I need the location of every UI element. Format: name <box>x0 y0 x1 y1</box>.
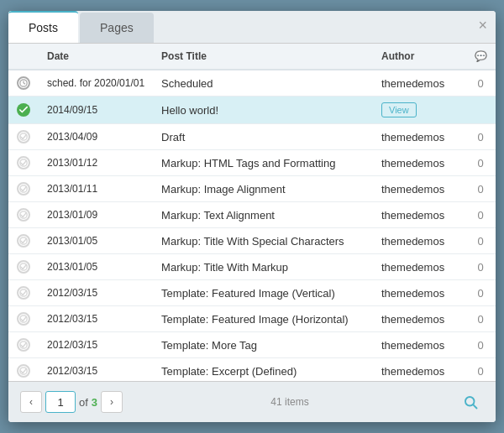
title-col-header: Post Title <box>153 44 373 70</box>
table-container: Date Post Title Author 💬 sched. for 2020… <box>8 44 496 381</box>
title-cell: Markup: HTML Tags and Formatting <box>153 150 373 176</box>
author-cell: themedemos <box>373 280 465 306</box>
date-cell: sched. for 2020/01/01 <box>39 70 153 97</box>
date-cell: 2012/03/15 <box>39 332 153 358</box>
page-number-input[interactable] <box>45 391 76 413</box>
comment-count-cell: 0 <box>465 124 496 150</box>
title-cell: Template: More Tag <box>153 332 373 358</box>
title-cell: Draft <box>153 124 373 150</box>
table-row: 2013/01/05Markup: Title With Markuptheme… <box>8 254 496 280</box>
table-row: 2012/03/15Template: Featured Image (Vert… <box>8 280 496 306</box>
search-button[interactable] <box>457 389 484 415</box>
title-cell: Markup: Image Alignment <box>153 176 373 202</box>
date-cell: 2013/04/09 <box>39 124 153 150</box>
table-row: 2013/01/05Markup: Title With Special Cha… <box>8 228 496 254</box>
comment-count-cell <box>465 97 496 124</box>
comment-count-cell: 0 <box>465 202 496 228</box>
svg-line-2 <box>24 83 25 84</box>
modal: Posts Pages × Date Post Title Author 💬 s… <box>8 11 496 422</box>
date-cell: 2013/01/05 <box>39 228 153 254</box>
table-row: 2014/09/15Hello world!View <box>8 97 496 124</box>
status-icon <box>17 286 30 300</box>
status-icon <box>17 156 30 170</box>
tab-pages[interactable]: Pages <box>80 13 154 43</box>
date-cell: 2013/01/12 <box>39 150 153 176</box>
title-cell: Template: Excerpt (Defined) <box>153 358 373 382</box>
date-cell: 2013/01/05 <box>39 254 153 280</box>
comment-count-cell: 0 <box>465 176 496 202</box>
title-cell: Template: Featured Image (Vertical) <box>153 280 373 306</box>
author-cell: themedemos <box>373 332 465 358</box>
comment-count-cell: 0 <box>465 332 496 358</box>
author-cell: themedemos <box>373 150 465 176</box>
table-row: 2013/01/11Markup: Image Alignmentthemede… <box>8 176 496 202</box>
page-of-label: of <box>79 396 88 409</box>
comment-col-header: 💬 <box>465 44 496 70</box>
comment-count-cell: 0 <box>465 280 496 306</box>
table-row: 2012/03/15Template: Excerpt (Defined)the… <box>8 358 496 382</box>
status-icon <box>17 312 30 326</box>
date-cell: 2014/09/15 <box>39 97 153 124</box>
status-icon <box>17 338 30 352</box>
author-cell: themedemos <box>373 202 465 228</box>
prev-page-button[interactable]: ‹ <box>20 391 42 413</box>
title-cell: Markup: Text Alignment <box>153 202 373 228</box>
table-row: 2013/04/09Draftthemedemos0 <box>8 124 496 150</box>
table-row: 2013/01/09Markup: Text Alignmentthemedem… <box>8 202 496 228</box>
title-cell: Markup: Title With Markup <box>153 254 373 280</box>
status-icon <box>17 103 30 117</box>
modal-header: Posts Pages × <box>8 11 496 44</box>
author-cell: themedemos <box>373 228 465 254</box>
author-cell: themedemos <box>373 70 465 97</box>
comment-icon: 💬 <box>475 50 487 62</box>
date-cell: 2013/01/09 <box>39 202 153 228</box>
comment-count-cell: 0 <box>465 358 496 382</box>
table-body: sched. for 2020/01/01Scheduledthemedemos… <box>8 70 496 381</box>
date-cell: 2012/03/15 <box>39 358 153 382</box>
status-icon <box>17 364 30 378</box>
status-icon <box>17 76 30 90</box>
modal-footer: ‹ of 3 › 41 items <box>8 381 496 422</box>
table-row: 2012/03/15Template: Featured Image (Hori… <box>8 306 496 332</box>
comment-count-cell: 0 <box>465 150 496 176</box>
next-page-button[interactable]: › <box>101 391 123 413</box>
status-icon <box>17 208 30 222</box>
author-cell: View <box>373 97 465 124</box>
title-cell: Hello world! <box>153 97 373 124</box>
status-icon <box>17 182 30 196</box>
status-icon <box>17 260 30 274</box>
view-button[interactable]: View <box>381 102 417 117</box>
author-cell: themedemos <box>373 306 465 332</box>
date-cell: 2012/03/15 <box>39 306 153 332</box>
date-cell: 2013/01/11 <box>39 176 153 202</box>
table-row: 2012/03/15Template: More Tagthemedemos0 <box>8 332 496 358</box>
author-cell: themedemos <box>373 176 465 202</box>
items-count: 41 items <box>270 396 308 408</box>
title-cell: Markup: Title With Special Characters <box>153 228 373 254</box>
posts-table: Date Post Title Author 💬 sched. for 2020… <box>8 44 496 381</box>
title-cell: Scheduled <box>153 70 373 97</box>
comment-count-cell: 0 <box>465 254 496 280</box>
status-icon <box>17 130 30 143</box>
table-row: 2013/01/12Markup: HTML Tags and Formatti… <box>8 150 496 176</box>
close-button[interactable]: × <box>478 18 487 33</box>
table-header-row: Date Post Title Author 💬 <box>8 44 496 70</box>
comment-count-cell: 0 <box>465 70 496 97</box>
page-total: 3 <box>92 396 97 409</box>
title-cell: Template: Featured Image (Horizontal) <box>153 306 373 332</box>
tab-posts[interactable]: Posts <box>8 11 78 43</box>
table-row: sched. for 2020/01/01Scheduledthemedemos… <box>8 70 496 97</box>
author-cell: themedemos <box>373 358 465 382</box>
author-cell: themedemos <box>373 254 465 280</box>
comment-count-cell: 0 <box>465 228 496 254</box>
comment-count-cell: 0 <box>465 306 496 332</box>
svg-line-15 <box>473 404 476 408</box>
date-cell: 2012/03/15 <box>39 280 153 306</box>
status-col-header <box>8 44 39 70</box>
pagination: ‹ of 3 › <box>20 391 123 413</box>
status-icon <box>17 234 30 248</box>
author-col-header: Author <box>373 44 465 70</box>
date-col-header: Date <box>39 44 153 70</box>
author-cell: themedemos <box>373 124 465 150</box>
